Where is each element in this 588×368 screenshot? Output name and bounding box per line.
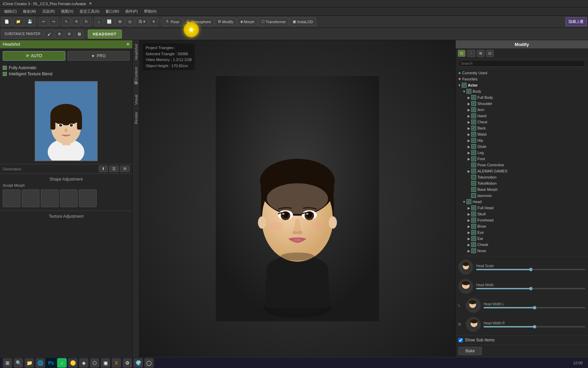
- cheek-checkbox[interactable]: [471, 242, 476, 247]
- modify-sliders-btn[interactable]: ⊟: [458, 50, 466, 57]
- brow-arrow[interactable]: ▶: [467, 224, 471, 229]
- taskbar-start[interactable]: ⊞: [3, 358, 12, 368]
- eye-arrow[interactable]: ▶: [467, 230, 471, 235]
- tokomotion-arrow[interactable]: [467, 175, 471, 180]
- shoulder-checkbox[interactable]: [471, 101, 476, 106]
- tree-item-chest[interactable]: ▶ Chest: [456, 119, 588, 125]
- tree-item-favorites[interactable]: ♥ Favorites: [456, 76, 588, 82]
- taskbar-spotify[interactable]: ♪: [57, 358, 67, 368]
- titlebar-close[interactable]: ✕: [86, 1, 95, 6]
- shoulder-arrow[interactable]: ▶: [467, 101, 471, 106]
- nose-checkbox[interactable]: [471, 248, 476, 253]
- foot-arrow[interactable]: ▶: [467, 156, 471, 161]
- taskbar-app3[interactable]: ▣: [101, 358, 110, 368]
- menu-window[interactable]: 窗口(W): [103, 8, 122, 15]
- sidebar-tab-headshot[interactable]: Headshot: [133, 40, 140, 63]
- leg-arrow[interactable]: ▶: [467, 150, 471, 155]
- tree-item-alemar[interactable]: ▶ ALEMAR.GAMES: [456, 168, 588, 174]
- tree-item-body[interactable]: ▼ Body: [456, 88, 588, 94]
- intelligent-texture-checkbox[interactable]: [3, 72, 7, 76]
- tree-item-waist[interactable]: ▶ Waist: [456, 131, 588, 137]
- save-btn[interactable]: 💾: [24, 17, 35, 26]
- tree-item-actor[interactable]: ▼ Actor: [456, 82, 588, 88]
- pro-tab[interactable]: ★ PRO: [67, 51, 130, 61]
- taskbar-edge[interactable]: 🌐: [35, 358, 45, 368]
- hip-arrow[interactable]: ▶: [467, 138, 471, 143]
- sidebar-tab-color[interactable]: 拾色: [132, 84, 140, 91]
- hand-checkbox[interactable]: [471, 113, 476, 118]
- modify-grid-btn[interactable]: ⊡: [486, 50, 494, 57]
- menu-submit[interactable]: 提交工具(S): [77, 8, 102, 15]
- export-btn[interactable]: ⬆: [99, 166, 108, 172]
- back-arrow[interactable]: ▶: [467, 126, 471, 131]
- actor-arrow[interactable]: ▼: [457, 83, 462, 88]
- tree-item-currently-used[interactable]: ● Currently Used: [456, 70, 588, 76]
- redo-btn[interactable]: ↪: [49, 17, 58, 26]
- tree-item-hand[interactable]: ▶ Hand: [456, 113, 588, 119]
- skull-arrow[interactable]: ▶: [467, 212, 471, 216]
- tree-item-tokomotion[interactable]: Tokomotion: [456, 174, 588, 180]
- nose-arrow[interactable]: ▶: [467, 248, 471, 253]
- base-morph-checkbox[interactable]: [471, 187, 476, 192]
- tree-item-ear[interactable]: ▶ Ear: [456, 235, 588, 242]
- toko-motion-checkbox[interactable]: [471, 181, 476, 186]
- head-checkbox[interactable]: [467, 199, 471, 204]
- head-width-r-thumb[interactable]: [533, 325, 536, 328]
- quality-btn[interactable]: 高 ▾: [135, 17, 148, 26]
- undo-btn[interactable]: ↩: [39, 17, 48, 26]
- arm-checkbox[interactable]: [471, 107, 476, 112]
- head-width-l-track[interactable]: [484, 307, 585, 308]
- taskbar-app1[interactable]: ◈: [79, 358, 88, 368]
- tree-item-forehead[interactable]: ▶ Forehead: [456, 217, 588, 223]
- iasmovic-checkbox[interactable]: [471, 193, 476, 198]
- eye-checkbox[interactable]: [471, 230, 476, 235]
- taskbar-app7[interactable]: ◯: [144, 358, 154, 368]
- fully-automatic-checkbox[interactable]: [3, 66, 7, 70]
- taskbar-app2[interactable]: ⬡: [90, 358, 99, 368]
- taskbar-app5[interactable]: ⚙: [122, 358, 132, 368]
- foot-checkbox[interactable]: [471, 156, 476, 161]
- substance-painter-btn[interactable]: SUBSTANCE PAINTER: [1, 30, 44, 39]
- camera-btn[interactable]: ⬜: [104, 17, 115, 26]
- brow-checkbox[interactable]: [471, 224, 476, 229]
- tree-item-base-morph[interactable]: Base Morph: [456, 186, 588, 193]
- head-width-r-track[interactable]: [484, 326, 585, 327]
- tree-item-hip[interactable]: ▶ Hip: [456, 137, 588, 143]
- transformer-btn[interactable]: ⬡ Transformer: [258, 17, 289, 26]
- glute-checkbox[interactable]: [471, 144, 476, 149]
- waist-arrow[interactable]: ▶: [467, 132, 471, 137]
- tree-item-back[interactable]: ▶ Back: [456, 125, 588, 131]
- full-body-arrow[interactable]: ▶: [467, 95, 471, 100]
- back-checkbox[interactable]: [471, 126, 476, 131]
- tree-item-glute[interactable]: ▶ Glute: [456, 143, 588, 150]
- morph-thumb-4[interactable]: [60, 189, 78, 207]
- photo-frame[interactable]: [35, 81, 98, 161]
- rotate-btn[interactable]: ↻: [82, 17, 91, 26]
- morph-thumb-5[interactable]: [79, 189, 97, 207]
- viewport[interactable]: Project Triangles : Selected Triangle : …: [140, 40, 455, 357]
- full-head-checkbox[interactable]: [471, 205, 476, 210]
- head-width-track[interactable]: [476, 288, 585, 289]
- head-arrow[interactable]: ▼: [462, 199, 467, 204]
- forehead-checkbox[interactable]: [471, 218, 476, 223]
- ear-checkbox[interactable]: [471, 236, 476, 241]
- alemar-checkbox[interactable]: [471, 169, 476, 173]
- select-btn[interactable]: ↖: [62, 17, 71, 26]
- settings-btn[interactable]: ⚙: [120, 166, 130, 172]
- search-input[interactable]: [458, 60, 585, 67]
- iasmovic-arrow[interactable]: [467, 193, 471, 198]
- alemar-arrow[interactable]: ▶: [467, 169, 471, 173]
- tree-item-eye[interactable]: ▶ Eye: [456, 229, 588, 235]
- tree-item-cheek[interactable]: ▶ Cheek: [456, 242, 588, 248]
- waist-checkbox[interactable]: [471, 132, 476, 137]
- actor-checkbox[interactable]: [462, 83, 467, 88]
- tree-item-leg[interactable]: ▶ Leg: [456, 150, 588, 156]
- toko-motion-arrow[interactable]: [467, 181, 471, 186]
- orbit-btn[interactable]: ◎: [125, 17, 135, 26]
- head-scale-thumb[interactable]: [529, 268, 533, 271]
- cheek-arrow[interactable]: ▶: [467, 242, 471, 247]
- tree-item-arm[interactable]: ▶ Arm: [456, 107, 588, 113]
- pose-corrective-checkbox[interactable]: [471, 163, 476, 167]
- ear-arrow[interactable]: ▶: [467, 236, 471, 241]
- forehead-arrow[interactable]: ▶: [467, 218, 471, 223]
